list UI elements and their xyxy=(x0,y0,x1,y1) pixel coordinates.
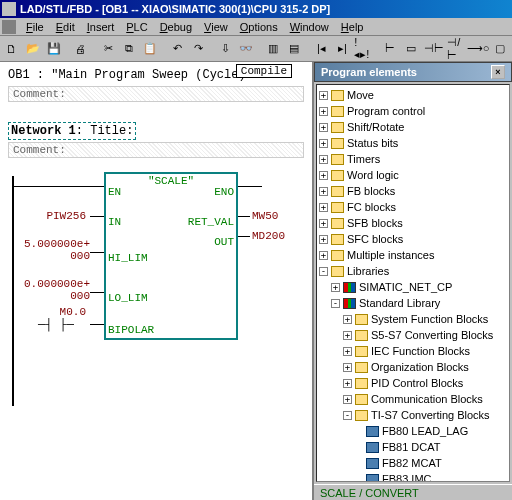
menu-insert[interactable]: Insert xyxy=(81,21,121,33)
label-hilim-1[interactable]: 5.000000e+ xyxy=(12,238,90,250)
elements-button[interactable]: ▥ xyxy=(263,38,283,60)
expander-icon[interactable]: + xyxy=(343,331,352,340)
scale-block[interactable]: "SCALE" EN IN HI_LIM LO_LIM BIPOLAR ENO … xyxy=(104,172,238,340)
folder-icon xyxy=(331,106,344,117)
folder-icon xyxy=(355,410,368,421)
contact-symbol[interactable]: ─┤ ├─ xyxy=(38,318,74,332)
tree-item-lib[interactable]: +SIMATIC_NET_CP xyxy=(319,279,507,295)
tree-item[interactable]: +Status bits xyxy=(319,135,507,151)
goto-end-button[interactable]: ▸| xyxy=(332,38,352,60)
fbd-canvas[interactable]: "SCALE" EN IN HI_LIM LO_LIM BIPOLAR ENO … xyxy=(8,166,304,406)
tree-label: SFB blocks xyxy=(347,217,403,229)
coil-button[interactable]: ⟶○ xyxy=(467,38,489,60)
compile-button[interactable]: Compile xyxy=(236,64,292,78)
expander-icon[interactable]: + xyxy=(343,379,352,388)
tree-item-stdlib-sub[interactable]: +Communication Blocks xyxy=(319,391,507,407)
lad-button[interactable]: ⊢ xyxy=(381,38,401,60)
tree-item-stdlib-sub[interactable]: +PID Control Blocks xyxy=(319,375,507,391)
menu-window[interactable]: Window xyxy=(284,21,335,33)
tree-item-stdlib-sub[interactable]: -TI-S7 Converting Blocks xyxy=(319,407,507,423)
contact-nc-button[interactable]: ⊣/⊢ xyxy=(446,38,466,60)
tree-item-block[interactable]: FB81 DCAT xyxy=(319,439,507,455)
cut-button[interactable]: ✂ xyxy=(98,38,118,60)
monitor-button[interactable]: 👓 xyxy=(236,38,256,60)
box-button[interactable]: ▢ xyxy=(490,38,510,60)
pin-en: EN xyxy=(108,186,121,198)
expander-icon[interactable]: + xyxy=(319,235,328,244)
expander-icon[interactable]: + xyxy=(319,203,328,212)
menu-debug[interactable]: Debug xyxy=(154,21,198,33)
open-button[interactable]: 📂 xyxy=(23,38,43,60)
expander-icon[interactable]: + xyxy=(343,395,352,404)
tree-item[interactable]: +SFC blocks xyxy=(319,231,507,247)
expander-icon[interactable]: + xyxy=(319,251,328,260)
goto-start-button[interactable]: |◂ xyxy=(312,38,332,60)
panel-title-text: Program elements xyxy=(321,66,417,78)
expander-icon[interactable]: + xyxy=(319,139,328,148)
contact-no-button[interactable]: ⊣⊢ xyxy=(423,38,445,60)
save-button[interactable]: 💾 xyxy=(44,38,64,60)
print-button[interactable]: 🖨 xyxy=(71,38,91,60)
menu-file[interactable]: File xyxy=(20,21,50,33)
menu-options[interactable]: Options xyxy=(234,21,284,33)
search-button[interactable]: !◂▸! xyxy=(353,38,373,60)
elements-tree[interactable]: +Move+Program control+Shift/Rotate+Statu… xyxy=(316,84,510,482)
expander-icon[interactable]: - xyxy=(343,411,352,420)
tree-item[interactable]: +FC blocks xyxy=(319,199,507,215)
expander-icon[interactable]: + xyxy=(331,283,340,292)
tree-item-block[interactable]: FB80 LEAD_LAG xyxy=(319,423,507,439)
tree-item-stdlib-sub[interactable]: +Organization Blocks xyxy=(319,359,507,375)
expander-icon[interactable]: + xyxy=(319,91,328,100)
undo-button[interactable]: ↶ xyxy=(167,38,187,60)
redo-button[interactable]: ↷ xyxy=(188,38,208,60)
close-icon[interactable]: × xyxy=(491,65,505,79)
label-bipolar[interactable]: M0.0 xyxy=(30,306,86,318)
paste-button[interactable]: 📋 xyxy=(140,38,160,60)
expander-icon[interactable]: + xyxy=(319,219,328,228)
download-button[interactable]: ⇩ xyxy=(215,38,235,60)
expander-icon[interactable]: + xyxy=(343,363,352,372)
expander-icon[interactable]: + xyxy=(343,315,352,324)
network-header[interactable]: Network 1: Title: xyxy=(8,122,136,140)
ob-comment[interactable]: Comment: xyxy=(8,86,304,102)
tree-item-libraries[interactable]: -Libraries xyxy=(319,263,507,279)
tree-item[interactable]: +SFB blocks xyxy=(319,215,507,231)
structure-button[interactable]: ▤ xyxy=(284,38,304,60)
menu-edit[interactable]: Edit xyxy=(50,21,81,33)
tree-item[interactable]: +Shift/Rotate xyxy=(319,119,507,135)
menu-plc[interactable]: PLC xyxy=(120,21,153,33)
expander-icon[interactable]: + xyxy=(319,107,328,116)
expander-icon[interactable]: + xyxy=(319,187,328,196)
tree-item-stdlib-sub[interactable]: +System Function Blocks xyxy=(319,311,507,327)
menu-help[interactable]: Help xyxy=(335,21,370,33)
expander-icon[interactable]: - xyxy=(331,299,340,308)
fbd-button[interactable]: ▭ xyxy=(401,38,421,60)
network-comment[interactable]: Comment: xyxy=(8,142,304,158)
tree-item[interactable]: +Multiple instances xyxy=(319,247,507,263)
tree-item-stdlib-sub[interactable]: +IEC Function Blocks xyxy=(319,343,507,359)
expander-icon[interactable]: + xyxy=(319,155,328,164)
label-out[interactable]: MD200 xyxy=(252,230,285,242)
tree-item[interactable]: +Move xyxy=(319,87,507,103)
tree-label: Timers xyxy=(347,153,380,165)
tree-item-stdlib-sub[interactable]: +S5-S7 Converting Blocks xyxy=(319,327,507,343)
label-lolim-1[interactable]: 0.000000e+ xyxy=(12,278,90,290)
tree-item-stdlib[interactable]: -Standard Library xyxy=(319,295,507,311)
expander-icon[interactable]: - xyxy=(319,267,328,276)
copy-button[interactable]: ⧉ xyxy=(119,38,139,60)
expander-icon[interactable]: + xyxy=(319,123,328,132)
tree-item-block[interactable]: FB82 MCAT xyxy=(319,455,507,471)
label-retval[interactable]: MW50 xyxy=(252,210,278,222)
tree-item-block[interactable]: FB83 IMC xyxy=(319,471,507,482)
new-button[interactable]: 🗋 xyxy=(2,38,22,60)
doc-icon[interactable] xyxy=(2,20,16,34)
block-icon xyxy=(366,474,379,483)
menu-view[interactable]: View xyxy=(198,21,234,33)
expander-icon[interactable]: + xyxy=(343,347,352,356)
expander-icon[interactable]: + xyxy=(319,171,328,180)
tree-item[interactable]: +FB blocks xyxy=(319,183,507,199)
tree-item[interactable]: +Timers xyxy=(319,151,507,167)
tree-item[interactable]: +Word logic xyxy=(319,167,507,183)
label-in[interactable]: PIW256 xyxy=(30,210,86,222)
tree-item[interactable]: +Program control xyxy=(319,103,507,119)
